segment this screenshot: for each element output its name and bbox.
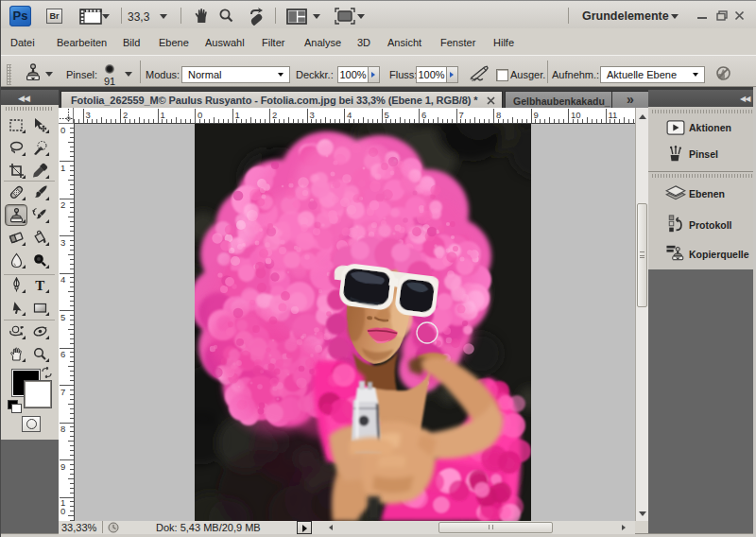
- svg-text:5: 5: [385, 110, 389, 120]
- svg-text:4: 4: [347, 110, 352, 120]
- svg-text:1: 1: [161, 110, 165, 120]
- svg-text:7: 7: [60, 387, 65, 397]
- svg-text:T: T: [35, 278, 44, 293]
- svg-text:0: 0: [60, 125, 65, 135]
- svg-text:2: 2: [272, 110, 277, 120]
- svg-text:0: 0: [198, 110, 202, 120]
- svg-text:8: 8: [60, 424, 65, 434]
- svg-text:3: 3: [60, 237, 65, 248]
- svg-text:6: 6: [421, 110, 426, 120]
- svg-text:2: 2: [60, 199, 65, 210]
- svg-text:3: 3: [310, 110, 315, 120]
- svg-text:0: 0: [60, 506, 65, 516]
- svg-text:1: 1: [60, 163, 65, 173]
- svg-text:9: 9: [534, 110, 539, 120]
- svg-text:1: 1: [235, 110, 240, 120]
- svg-text:6: 6: [60, 349, 65, 359]
- svg-text:5: 5: [60, 312, 65, 322]
- svg-text:9: 9: [60, 461, 65, 472]
- svg-text:11: 11: [609, 110, 618, 120]
- svg-text:4: 4: [60, 274, 65, 285]
- svg-text:2: 2: [123, 110, 128, 120]
- svg-text:3: 3: [86, 110, 91, 120]
- svg-text:8: 8: [496, 110, 501, 120]
- svg-text:7: 7: [459, 110, 464, 120]
- svg-text:10: 10: [571, 110, 581, 120]
